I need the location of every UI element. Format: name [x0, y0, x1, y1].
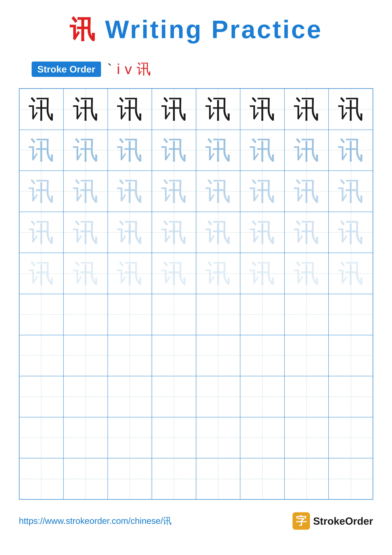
- grid-cell[interactable]: 讯: [19, 253, 64, 294]
- grid-cell[interactable]: [64, 376, 108, 417]
- grid-cell[interactable]: [196, 335, 240, 376]
- grid-cell[interactable]: 讯: [64, 212, 108, 253]
- grid-cell[interactable]: [19, 335, 64, 376]
- grid-cell[interactable]: 讯: [108, 212, 152, 253]
- grid-cell[interactable]: [328, 417, 373, 458]
- cell-char: 讯: [294, 96, 319, 122]
- grid-cell[interactable]: 讯: [196, 89, 240, 130]
- grid-cell[interactable]: 讯: [240, 89, 285, 130]
- grid-cell[interactable]: [285, 294, 329, 335]
- grid-cell[interactable]: [152, 294, 196, 335]
- grid-cell[interactable]: 讯: [285, 253, 329, 294]
- footer-logo-icon: 字: [292, 512, 310, 530]
- cell-char: 讯: [161, 220, 187, 245]
- grid-cell[interactable]: [152, 335, 196, 376]
- grid-cell[interactable]: [152, 417, 196, 458]
- grid-cell[interactable]: [108, 294, 152, 335]
- grid-cell[interactable]: [240, 417, 285, 458]
- grid-cell[interactable]: [108, 376, 152, 417]
- grid-cell[interactable]: 讯: [328, 130, 373, 171]
- grid-cell[interactable]: 讯: [285, 171, 329, 212]
- grid-cell[interactable]: 讯: [108, 89, 152, 130]
- stroke-4: 讯: [137, 59, 151, 79]
- grid-cell[interactable]: 讯: [64, 253, 108, 294]
- grid-cell[interactable]: 讯: [19, 171, 64, 212]
- cell-char: 讯: [205, 138, 231, 163]
- cell-char: 讯: [338, 138, 363, 163]
- grid-cell[interactable]: [285, 458, 329, 499]
- grid-cell[interactable]: 讯: [196, 130, 240, 171]
- grid-cell[interactable]: 讯: [240, 253, 285, 294]
- grid-cell[interactable]: [240, 335, 285, 376]
- grid-cell[interactable]: [19, 294, 64, 335]
- grid-cell[interactable]: 讯: [328, 212, 373, 253]
- cell-char: 讯: [161, 138, 187, 163]
- cell-char: 讯: [29, 220, 54, 245]
- grid-cell[interactable]: 讯: [240, 212, 285, 253]
- grid-cell[interactable]: [196, 417, 240, 458]
- grid-cell[interactable]: 讯: [108, 253, 152, 294]
- grid-cell[interactable]: 讯: [64, 89, 108, 130]
- grid-cell[interactable]: [285, 417, 329, 458]
- cell-char: 讯: [73, 138, 98, 163]
- grid-cell[interactable]: [19, 458, 64, 499]
- cell-char: 讯: [338, 179, 363, 204]
- grid-cell[interactable]: 讯: [240, 171, 285, 212]
- grid-cell[interactable]: 讯: [152, 130, 196, 171]
- grid-cell[interactable]: [196, 376, 240, 417]
- grid-cell[interactable]: 讯: [152, 212, 196, 253]
- grid-cell[interactable]: 讯: [152, 171, 196, 212]
- grid-cell[interactable]: 讯: [285, 89, 329, 130]
- cell-char: 讯: [117, 261, 142, 286]
- grid-cell[interactable]: [328, 376, 373, 417]
- grid-cell[interactable]: [285, 376, 329, 417]
- grid-cell[interactable]: [196, 458, 240, 499]
- cell-char: 讯: [294, 261, 319, 286]
- grid-cell[interactable]: [328, 335, 373, 376]
- footer-url: https://www.strokeorder.com/chinese/讯: [19, 515, 172, 527]
- grid-cell[interactable]: [108, 335, 152, 376]
- grid-cell[interactable]: 讯: [196, 253, 240, 294]
- grid-cell[interactable]: 讯: [328, 171, 373, 212]
- grid-cell[interactable]: 讯: [285, 130, 329, 171]
- grid-cell[interactable]: [152, 458, 196, 499]
- grid-cell[interactable]: 讯: [19, 212, 64, 253]
- grid-cell[interactable]: [64, 335, 108, 376]
- stroke-3: v: [125, 61, 132, 77]
- cell-char: 讯: [205, 261, 231, 286]
- grid-cell[interactable]: [240, 376, 285, 417]
- grid-cell[interactable]: 讯: [152, 89, 196, 130]
- practice-grid: 讯讯讯讯讯讯讯讯讯讯讯讯讯讯讯讯讯讯讯讯讯讯讯讯讯讯讯讯讯讯讯讯讯讯讯讯讯讯讯讯: [19, 88, 373, 500]
- grid-cell[interactable]: 讯: [108, 130, 152, 171]
- stroke-order-badge: Stroke Order: [32, 62, 101, 77]
- cell-char: 讯: [29, 96, 54, 122]
- grid-cell[interactable]: 讯: [19, 89, 64, 130]
- grid-cell[interactable]: 讯: [240, 130, 285, 171]
- grid-cell[interactable]: [19, 376, 64, 417]
- grid-cell[interactable]: [19, 417, 64, 458]
- grid-cell[interactable]: 讯: [64, 130, 108, 171]
- grid-cell[interactable]: 讯: [328, 89, 373, 130]
- grid-cell[interactable]: 讯: [196, 212, 240, 253]
- grid-cell[interactable]: [196, 294, 240, 335]
- cell-char: 讯: [29, 138, 54, 163]
- grid-cell[interactable]: [108, 458, 152, 499]
- grid-cell[interactable]: [108, 417, 152, 458]
- grid-cell[interactable]: [328, 458, 373, 499]
- grid-cell[interactable]: [64, 458, 108, 499]
- grid-cell[interactable]: 讯: [19, 130, 64, 171]
- grid-cell[interactable]: [240, 294, 285, 335]
- grid-cell[interactable]: 讯: [328, 253, 373, 294]
- grid-cell[interactable]: 讯: [152, 253, 196, 294]
- grid-cell[interactable]: [328, 294, 373, 335]
- grid-cell[interactable]: 讯: [108, 171, 152, 212]
- grid-cell[interactable]: [152, 376, 196, 417]
- cell-char: 讯: [161, 179, 187, 204]
- grid-cell[interactable]: [285, 335, 329, 376]
- grid-cell[interactable]: [64, 417, 108, 458]
- grid-cell[interactable]: [240, 458, 285, 499]
- grid-cell[interactable]: 讯: [285, 212, 329, 253]
- grid-cell[interactable]: 讯: [64, 171, 108, 212]
- grid-cell[interactable]: 讯: [196, 171, 240, 212]
- grid-cell[interactable]: [64, 294, 108, 335]
